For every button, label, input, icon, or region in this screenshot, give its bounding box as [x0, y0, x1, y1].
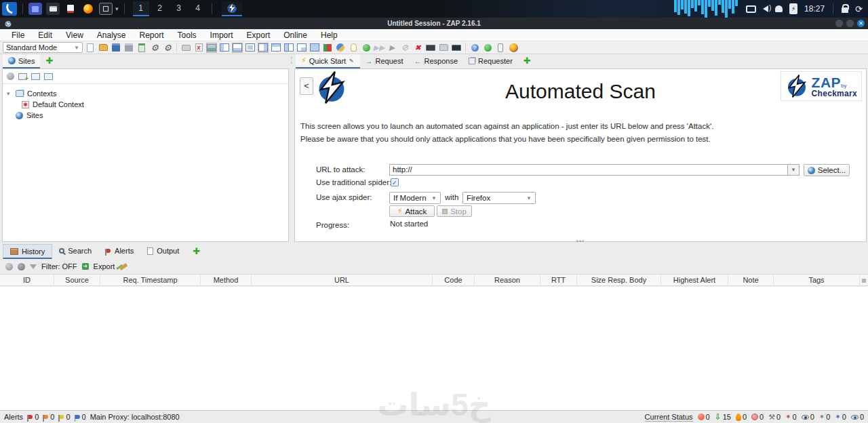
attack-button[interactable]: ⚡ Attack: [389, 205, 435, 217]
layout-corner-icon[interactable]: [296, 43, 307, 53]
menu-edit[interactable]: Edit: [32, 31, 58, 40]
options-icon[interactable]: ⚙: [162, 43, 173, 53]
col-rtt[interactable]: RTT: [540, 275, 577, 285]
record-icon[interactable]: [361, 43, 372, 53]
tab-response[interactable]: ← Response: [409, 54, 464, 68]
chevron-down-icon[interactable]: ▾: [115, 5, 119, 12]
close-button[interactable]: ✕: [857, 20, 865, 27]
status-spider-red[interactable]: ✶0: [785, 413, 797, 421]
tab-search[interactable]: Search: [52, 244, 98, 259]
layout-split-icon[interactable]: [283, 43, 294, 53]
clock[interactable]: 18:27: [804, 4, 825, 14]
menu-export[interactable]: Export: [241, 31, 277, 40]
tab-output[interactable]: Output: [140, 244, 186, 259]
text-editor-icon[interactable]: [64, 3, 77, 15]
no-entry-icon[interactable]: ⊘: [399, 43, 410, 53]
col-reason[interactable]: Reason: [475, 275, 540, 285]
pin-icon[interactable]: ✒: [347, 56, 356, 66]
menu-help[interactable]: Help: [315, 31, 344, 40]
kali-menu-icon[interactable]: [2, 2, 17, 16]
new-session-icon[interactable]: [85, 43, 96, 53]
status-passive-eye[interactable]: 0: [851, 413, 864, 421]
url-input[interactable]: http://: [389, 164, 788, 176]
tab-request[interactable]: → Request: [360, 54, 409, 68]
layout-compact-icon[interactable]: [245, 43, 256, 53]
power-icon[interactable]: ⟳: [855, 4, 863, 14]
tab-quick-start[interactable]: ⚡ Quick Start ✒: [296, 54, 360, 68]
add-tab-button[interactable]: ✚: [518, 54, 536, 68]
alert-count-red[interactable]: 0: [27, 413, 39, 421]
lock-icon[interactable]: [842, 7, 848, 13]
open-session-icon[interactable]: [98, 43, 108, 53]
col-size-resp-body[interactable]: Size Resp. Body: [577, 275, 661, 285]
import-context-icon[interactable]: [31, 73, 40, 80]
file-manager-icon[interactable]: [46, 3, 60, 15]
notifications-icon[interactable]: [775, 5, 783, 12]
update-icon[interactable]: [482, 43, 493, 53]
col-source[interactable]: Source: [54, 275, 100, 285]
maximize-button[interactable]: [846, 20, 854, 27]
layout-bottom-icon[interactable]: [232, 43, 243, 53]
layout-left-icon[interactable]: [219, 43, 230, 53]
status-fuzzer[interactable]: 0: [736, 413, 747, 421]
col-method[interactable]: Method: [201, 275, 252, 285]
console-icon[interactable]: [451, 43, 462, 53]
column-picker-icon[interactable]: ▦: [860, 275, 868, 285]
filter-funnel-icon[interactable]: [30, 264, 37, 269]
tree-expander-icon[interactable]: ▾: [7, 90, 12, 97]
firefox-icon[interactable]: [81, 3, 95, 15]
menu-online[interactable]: Online: [277, 31, 313, 40]
export-icon[interactable]: ➜: [82, 263, 89, 270]
alert-count-yellow[interactable]: 0: [58, 413, 70, 421]
status-passive-queue[interactable]: ⇩15: [715, 412, 731, 422]
col-note[interactable]: Note: [728, 275, 774, 285]
break-cross-icon[interactable]: ✖: [412, 43, 423, 53]
tab-history[interactable]: History: [3, 244, 52, 259]
scope-toggle-icon[interactable]: [5, 263, 13, 270]
col-req-timestamp[interactable]: Req. Timestamp: [100, 275, 201, 285]
battery-icon[interactable]: ⚡: [789, 3, 797, 14]
mode-blocks-icon[interactable]: [322, 43, 333, 53]
select-button[interactable]: Select...: [804, 164, 850, 176]
col-id[interactable]: ID: [0, 275, 54, 285]
spider-ball-icon[interactable]: [335, 43, 346, 53]
layout-right-icon[interactable]: [258, 43, 269, 53]
tab-requester[interactable]: Requester: [463, 54, 518, 68]
target-scope-icon[interactable]: [7, 73, 14, 80]
url-dropdown-caret[interactable]: ▼: [788, 164, 800, 176]
keyboard-icon[interactable]: [425, 43, 436, 53]
scope-toggle-dark-icon[interactable]: [18, 263, 25, 270]
tree-item-default-context[interactable]: ✱ Default Context: [7, 99, 288, 110]
browser-launch-icon[interactable]: [508, 43, 519, 53]
ajax-spider-select[interactable]: If Modern▼: [389, 192, 441, 204]
menu-import[interactable]: Import: [204, 31, 239, 40]
session-manage-icon[interactable]: [180, 43, 191, 53]
screenshot-icon[interactable]: [206, 43, 217, 53]
tab-sites[interactable]: Sites: [3, 54, 40, 68]
status-spider-blue[interactable]: ✶0: [835, 413, 846, 421]
col-code[interactable]: Code: [433, 275, 475, 285]
session-properties-icon[interactable]: ⚙: [149, 43, 160, 53]
workspace-1-button[interactable]: 1: [133, 1, 149, 16]
clear-broom-icon[interactable]: [119, 263, 128, 270]
alert-count-orange[interactable]: 0: [43, 413, 54, 421]
browser-select[interactable]: Firefox▼: [462, 192, 536, 204]
workspace-app-icon[interactable]: [28, 3, 42, 15]
persist-session-icon[interactable]: [136, 43, 147, 53]
new-context-icon[interactable]: [18, 73, 27, 80]
save-session-icon[interactable]: [111, 43, 121, 53]
menu-analyse[interactable]: Analyse: [91, 31, 132, 40]
export-label[interactable]: Export: [94, 262, 115, 270]
export-context-icon[interactable]: [44, 73, 53, 80]
help-icon[interactable]: ?: [469, 43, 480, 53]
tab-alerts[interactable]: Alerts: [98, 244, 140, 259]
tree-item-sites[interactable]: Sites: [7, 110, 288, 121]
col-tags[interactable]: Tags: [774, 275, 860, 285]
status-access-control[interactable]: ⚒0: [768, 413, 781, 422]
mobile-icon[interactable]: [495, 43, 506, 53]
layout-full-icon[interactable]: [309, 43, 320, 53]
display-icon[interactable]: [746, 5, 756, 13]
col-highest-alert[interactable]: Highest Alert: [661, 275, 728, 285]
layout-top-icon[interactable]: [271, 43, 281, 53]
menu-tools[interactable]: Tools: [172, 31, 203, 40]
